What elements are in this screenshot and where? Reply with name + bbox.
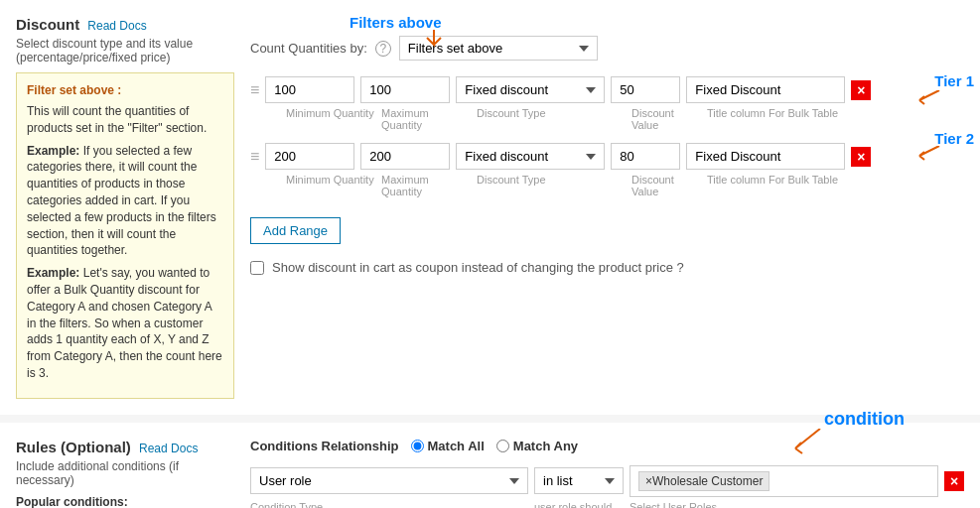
- tier1-remove-button[interactable]: ×: [851, 80, 871, 100]
- tier2-discount-value[interactable]: [611, 143, 680, 170]
- count-quantities-row: Count Quantities by: ? Filters set above: [250, 36, 964, 61]
- drag-handle-2[interactable]: ≡: [250, 148, 259, 166]
- tier2-col-labels: Minimum Quantity Maximum Quantity Discou…: [286, 174, 964, 197]
- cond-col-type-label: Condition Type: [250, 501, 528, 508]
- tier1-col-labels: Minimum Quantity Maximum Quantity Discou…: [286, 107, 964, 131]
- coupon-label: Show discount in cart as coupon instead …: [272, 260, 684, 275]
- condition-type-select[interactable]: User role: [250, 467, 528, 494]
- tier2-max-qty[interactable]: [360, 143, 450, 170]
- coupon-checkbox[interactable]: [250, 261, 264, 275]
- discount-title: Discount Read Docs: [16, 16, 234, 33]
- tier1-min-qty[interactable]: [265, 76, 354, 103]
- match-any-label: Match Any: [513, 439, 578, 453]
- coupon-row: Show discount in cart as coupon instead …: [250, 260, 964, 275]
- add-range-button[interactable]: Add Range: [250, 217, 341, 244]
- condition-row-1: User role in list ×Wholesale Customer ×: [250, 465, 964, 497]
- condition-remove-button[interactable]: ×: [944, 471, 964, 491]
- col-label-type-1: Discount Type: [477, 107, 626, 131]
- rules-title: Rules (Optional) Read Docs: [16, 439, 234, 455]
- drag-handle-1[interactable]: ≡: [250, 81, 259, 99]
- condition-op-select[interactable]: in list: [534, 467, 624, 494]
- col-label-value-2: Discount Value: [631, 174, 701, 197]
- filter-info-p1: This will count the quantities of produc…: [27, 103, 223, 137]
- discount-read-docs-link[interactable]: Read Docs: [87, 19, 146, 33]
- col-label-title-2: Title column For Bulk Table: [707, 174, 866, 197]
- example1-text: If you selected a few categories there, …: [27, 144, 216, 258]
- rules-subtitle: Include additional conditions (if necess…: [16, 459, 234, 487]
- condition-value-box[interactable]: ×Wholesale Customer: [630, 465, 938, 497]
- tier-row-2: ≡ Fixed discount ×: [250, 143, 964, 170]
- example2-text: Let's say, you wanted to offer a Bulk Qu…: [27, 266, 222, 380]
- rules-right-panel: condition Conditions Relationship Match …: [250, 439, 964, 508]
- filters-above-annotation: Filters above: [350, 14, 442, 31]
- tier1-annotation: Tier 1: [934, 72, 974, 89]
- tier2-discount-type[interactable]: Fixed discount: [456, 143, 605, 170]
- condition-col-labels: Condition Type user role should be Selec…: [250, 501, 964, 508]
- radio-group-match: Match All Match Any: [411, 439, 579, 453]
- match-any-option[interactable]: Match Any: [496, 439, 578, 453]
- match-any-radio[interactable]: [496, 440, 509, 452]
- rules-section: Rules (Optional) Read Docs Include addit…: [0, 423, 980, 508]
- tier2-min-qty[interactable]: [265, 143, 354, 170]
- tier2-remove-button[interactable]: ×: [851, 147, 871, 167]
- match-all-option[interactable]: Match All: [411, 439, 485, 453]
- col-label-title-1: Title column For Bulk Table: [707, 107, 866, 131]
- cond-col-op-label: user role should be: [534, 501, 624, 508]
- help-icon[interactable]: ?: [375, 41, 391, 57]
- discount-subtitle: Select discount type and its value (perc…: [16, 37, 234, 64]
- tier-row-1: ≡ Fixed discount ×: [250, 76, 964, 103]
- rules-read-docs-link[interactable]: Read Docs: [139, 442, 198, 455]
- tier1-bulk-title[interactable]: [686, 76, 845, 103]
- filter-info-title: Filter set above :: [27, 83, 223, 97]
- cond-col-val-label: Select User Roles: [630, 501, 717, 508]
- tier2-bulk-title[interactable]: [686, 143, 845, 170]
- col-label-min-qty-1: Minimum Quantity: [286, 107, 375, 131]
- example1-label: Example:: [27, 144, 79, 158]
- col-label-value-1: Discount Value: [631, 107, 701, 131]
- tier1-max-qty[interactable]: [360, 76, 450, 103]
- match-all-label: Match All: [428, 439, 485, 453]
- count-quantities-select[interactable]: Filters set above: [399, 36, 598, 61]
- col-label-type-2: Discount Type: [477, 174, 626, 197]
- conditions-relationship-row: Conditions Relationship Match All Match …: [250, 439, 964, 453]
- match-all-radio[interactable]: [411, 440, 424, 452]
- col-label-min-qty-2: Minimum Quantity: [286, 174, 375, 197]
- filter-info-box: Filter set above : This will count the q…: [16, 72, 234, 399]
- discount-left-panel: Discount Read Docs Select discount type …: [16, 16, 234, 399]
- rules-left-panel: Rules (Optional) Read Docs Include addit…: [16, 439, 234, 508]
- popular-conditions-title: Popular conditions:: [16, 495, 234, 508]
- condition-tag-wholesale[interactable]: ×Wholesale Customer: [638, 471, 770, 491]
- col-label-max-qty-2: Maximum Quantity: [381, 174, 471, 197]
- example2-label: Example:: [27, 266, 79, 280]
- condition-annotation: condition: [824, 409, 905, 430]
- condition-tag-label: ×Wholesale Customer: [645, 474, 763, 488]
- tier1-discount-type[interactable]: Fixed discount: [456, 76, 605, 103]
- col-label-max-qty-1: Maximum Quantity: [381, 107, 471, 131]
- count-quantities-label: Count Quantities by:: [250, 41, 367, 56]
- filter-info-example2: Example: Let's say, you wanted to offer …: [27, 265, 223, 382]
- discount-right-panel: Filters above Count Quantities by: ? Fil…: [250, 16, 964, 399]
- conditions-relationship-label: Conditions Relationship: [250, 439, 399, 453]
- tier2-annotation: Tier 2: [934, 130, 974, 147]
- filter-info-example1: Example: If you selected a few categorie…: [27, 143, 223, 260]
- tier1-discount-value[interactable]: [611, 76, 680, 103]
